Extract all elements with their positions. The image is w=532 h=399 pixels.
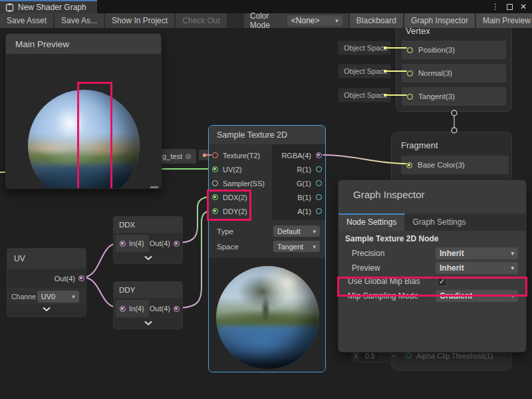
ddy-node-title: DDY	[114, 282, 182, 298]
r-output-slot[interactable]: R(1)	[272, 162, 325, 176]
ddy-in-slot[interactable]: In(4)	[116, 300, 149, 317]
tab-graph-settings[interactable]: Graph Settings	[404, 213, 473, 231]
sampler-input-slot[interactable]: Sampler(SS)	[209, 176, 272, 190]
ddx-in-port-icon[interactable]	[120, 241, 126, 247]
mip-bias-checkbox[interactable]: ✓	[437, 277, 447, 287]
mip-mode-row: Mip Sampling Mode Gradient ▾	[345, 289, 519, 303]
maximize-icon[interactable]	[507, 4, 513, 10]
b-output-slot[interactable]: B(1)	[272, 190, 325, 204]
r-output-port-icon[interactable]	[316, 166, 322, 172]
precision-dropdown[interactable]: Inherit ▾	[436, 247, 518, 259]
uv-out-slot[interactable]: Out(4)	[7, 269, 86, 288]
type-row: Type Default ▾	[209, 223, 325, 239]
chevron-down-icon: ▾	[331, 17, 338, 24]
vertex-tangent-slot[interactable]: Tangent(3)	[402, 87, 506, 106]
view-toggles: Blackboard Graph Inspector Main Preview	[348, 13, 532, 28]
a-output-port-icon[interactable]	[316, 208, 322, 214]
chevron-down-icon: ▾	[507, 265, 514, 271]
texture-input-port-icon[interactable]	[212, 152, 218, 158]
port-dot-icon	[384, 47, 386, 49]
chevron-down-icon: ▾	[507, 293, 514, 299]
active-tab-accent	[338, 213, 405, 215]
b-output-port-icon[interactable]	[316, 194, 322, 200]
main-preview-panel[interactable]: Main Preview	[5, 33, 162, 189]
normal-port-icon[interactable]	[407, 70, 413, 76]
blackboard-toggle[interactable]: Blackboard	[350, 13, 403, 28]
uv-channel-row: Channe UV0 ▾	[7, 288, 86, 305]
uv-out-port-icon[interactable]	[78, 275, 84, 281]
menu-icon[interactable]: ⋮	[491, 3, 499, 11]
color-mode-dropdown[interactable]: <None> ▾	[287, 15, 342, 26]
alpha-chip-value[interactable]: 0.5	[361, 351, 379, 360]
port-dot-icon	[384, 70, 386, 72]
space-dropdown[interactable]: Tangent ▾	[273, 241, 320, 252]
tangent-space-dropdown[interactable]: Object Space	[338, 88, 391, 102]
graph-tab[interactable]: New Shader Graph	[0, 0, 97, 13]
ddy-in-port-icon[interactable]	[120, 306, 126, 312]
ddy-out-slot[interactable]: Out(4)	[150, 305, 180, 313]
ddx-input-port-icon[interactable]	[212, 194, 218, 200]
vertex-node[interactable]: Vertex Position(3) Normal(3) Tangent(3)	[396, 20, 512, 112]
position-space-dropdown[interactable]: Object Space	[338, 41, 391, 55]
normal-space-dropdown[interactable]: Object Space	[338, 64, 391, 78]
texture-input-slot[interactable]: Texture(T2)	[209, 148, 272, 162]
ddx-input-label: DDX(2)	[223, 194, 247, 201]
main-preview-body	[6, 54, 161, 189]
alpha-clip-port-icon[interactable]	[406, 352, 412, 358]
vertex-normal-slot[interactable]: Normal(3)	[402, 64, 506, 82]
g-output-slot[interactable]: G(1)	[272, 176, 325, 190]
ddx-out-slot[interactable]: Out(4)	[150, 239, 180, 247]
mip-mode-label: Mip Sampling Mode	[345, 291, 418, 301]
ddy-node[interactable]: DDY In(4) Out(4)	[113, 281, 183, 329]
graph-inspector-panel[interactable]: Graph Inspector Node Settings Graph Sett…	[338, 180, 527, 352]
sampler-input-port-icon[interactable]	[212, 180, 218, 186]
ddx-in-label: In(4)	[129, 239, 144, 247]
chevron-down-icon: ▾	[309, 228, 316, 235]
uv-input-slot[interactable]: UV(2)	[209, 162, 272, 176]
type-dropdown[interactable]: Default ▾	[273, 225, 320, 237]
rgba-output-port-icon[interactable]	[316, 152, 322, 158]
close-icon[interactable]: ✕	[520, 3, 527, 11]
g-output-port-icon[interactable]	[316, 180, 322, 186]
a-output-slot[interactable]: A(1)	[272, 204, 325, 218]
vertex-position-slot[interactable]: Position(3)	[402, 41, 506, 59]
ddx-node[interactable]: DDX In(4) Out(4)	[113, 216, 183, 264]
uv-node[interactable]: UV Out(4) Channe UV0 ▾	[7, 248, 86, 317]
uv-input-port-icon[interactable]	[212, 166, 218, 172]
ddy-out-label: Out(4)	[150, 305, 170, 313]
ddy-out-port-icon[interactable]	[174, 306, 180, 312]
ddx-in-slot[interactable]: In(4)	[116, 235, 149, 252]
resize-grip[interactable]	[150, 186, 158, 188]
save-as-button[interactable]: Save As...	[55, 13, 104, 28]
ddy-collapse-button[interactable]	[114, 321, 182, 329]
sample-texture-2d-node[interactable]: Sample Texture 2D Texture(T2) UV(2) Samp…	[208, 125, 326, 372]
property-node-g-test[interactable]: g_test ◎	[158, 149, 209, 164]
uv-collapse-button[interactable]	[7, 307, 86, 317]
space-value: Tangent	[277, 243, 303, 251]
uv-channel-dropdown[interactable]: UV0 ▾	[37, 291, 79, 303]
tangent-label: Tangent(3)	[418, 92, 455, 100]
main-preview-toggle[interactable]: Main Preview	[476, 13, 532, 28]
mip-mode-dropdown[interactable]: Gradient ▾	[436, 290, 518, 302]
base-color-port-icon[interactable]	[406, 162, 412, 168]
preview-dropdown[interactable]: Inherit ▾	[436, 262, 518, 274]
position-port-icon[interactable]	[407, 47, 413, 53]
tangent-port-icon[interactable]	[407, 94, 413, 100]
color-mode-label: Color Mode	[250, 11, 283, 30]
preview-value: Inherit	[440, 263, 464, 273]
ddx-input-slot[interactable]: DDX(2)	[209, 190, 272, 204]
ddx-out-port-icon[interactable]	[174, 241, 180, 247]
shader-graph-icon	[5, 3, 14, 12]
sample-texture-params: Type Default ▾ Space Tangent ▾	[209, 220, 325, 258]
tab-node-settings[interactable]: Node Settings	[338, 213, 404, 231]
show-in-project-button[interactable]: Show In Project	[105, 13, 174, 28]
ddy-input-port-icon[interactable]	[212, 208, 218, 214]
base-color-slot[interactable]: Base Color(3)	[401, 156, 509, 174]
graph-inspector-toggle[interactable]: Graph Inspector	[404, 13, 475, 28]
ddy-input-slot[interactable]: DDY(2)	[209, 204, 272, 218]
checkmark-icon: ✓	[439, 277, 445, 286]
ddx-collapse-button[interactable]	[114, 255, 182, 264]
rgba-output-slot[interactable]: RGBA(4)	[272, 148, 325, 162]
save-asset-button[interactable]: Save Asset	[0, 13, 53, 28]
tab-title: New Shader Graph	[18, 3, 86, 12]
